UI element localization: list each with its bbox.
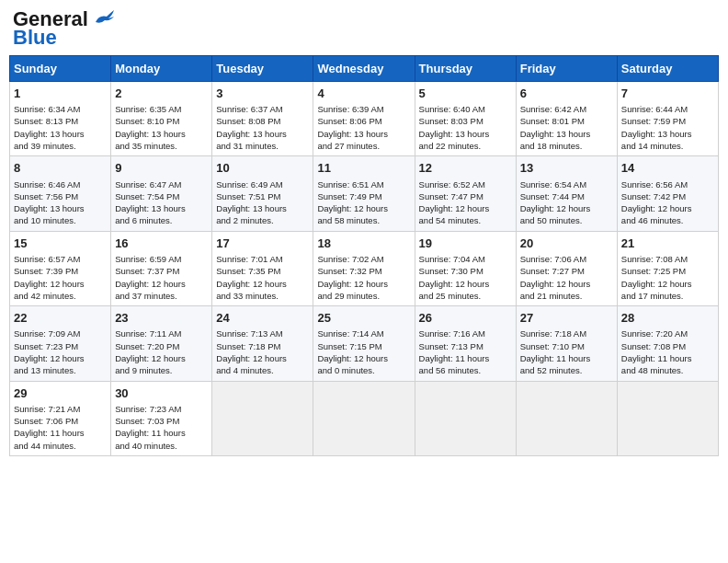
day-info: Sunset: 7:37 PM bbox=[115, 265, 208, 277]
day-number: 5 bbox=[419, 86, 512, 102]
day-number: 30 bbox=[115, 385, 208, 402]
day-info: Sunrise: 7:18 AM bbox=[520, 327, 613, 339]
day-info: Sunset: 8:10 PM bbox=[115, 115, 208, 127]
day-info: Sunrise: 6:34 AM bbox=[14, 103, 107, 115]
day-info: and 0 minutes. bbox=[317, 364, 410, 376]
calendar-week-row: 1Sunrise: 6:34 AMSunset: 8:13 PMDaylight… bbox=[10, 82, 719, 156]
day-info: Sunrise: 6:46 AM bbox=[14, 178, 107, 190]
page-header: General Blue bbox=[9, 9, 719, 50]
day-number: 29 bbox=[14, 385, 107, 402]
calendar-cell: 9Sunrise: 6:47 AMSunset: 7:54 PMDaylight… bbox=[111, 156, 212, 231]
calendar-cell bbox=[415, 381, 516, 455]
calendar-cell: 6Sunrise: 6:42 AMSunset: 8:01 PMDaylight… bbox=[516, 82, 617, 156]
day-info: Daylight: 12 hours bbox=[317, 278, 410, 290]
day-info: Sunrise: 6:42 AM bbox=[520, 103, 613, 115]
day-info: and 14 minutes. bbox=[621, 140, 714, 152]
calendar-week-row: 29Sunrise: 7:21 AMSunset: 7:06 PMDayligh… bbox=[10, 381, 719, 455]
day-info: Sunrise: 6:52 AM bbox=[419, 178, 512, 190]
calendar-cell: 29Sunrise: 7:21 AMSunset: 7:06 PMDayligh… bbox=[10, 381, 111, 455]
header-wednesday: Wednesday bbox=[313, 56, 415, 82]
day-info: Sunrise: 6:40 AM bbox=[419, 103, 512, 115]
day-info: and 18 minutes. bbox=[520, 140, 613, 152]
day-info: and 9 minutes. bbox=[115, 364, 208, 376]
calendar-week-row: 22Sunrise: 7:09 AMSunset: 7:23 PMDayligh… bbox=[10, 306, 719, 381]
day-info: Daylight: 11 hours bbox=[621, 352, 714, 364]
day-info: Sunrise: 7:14 AM bbox=[317, 327, 410, 339]
day-info: and 21 minutes. bbox=[520, 290, 613, 302]
day-info: Sunset: 7:27 PM bbox=[520, 265, 613, 277]
day-info: and 17 minutes. bbox=[621, 290, 714, 302]
calendar-cell: 17Sunrise: 7:01 AMSunset: 7:35 PMDayligh… bbox=[212, 231, 313, 305]
day-info: Sunset: 7:59 PM bbox=[621, 115, 714, 127]
calendar-cell: 4Sunrise: 6:39 AMSunset: 8:06 PMDaylight… bbox=[313, 82, 415, 156]
logo-text-blue: Blue bbox=[13, 26, 57, 50]
calendar-cell: 25Sunrise: 7:14 AMSunset: 7:15 PMDayligh… bbox=[313, 306, 415, 381]
day-info: and 54 minutes. bbox=[419, 214, 512, 226]
header-saturday: Saturday bbox=[617, 56, 718, 82]
day-info: Sunset: 7:47 PM bbox=[419, 190, 512, 202]
day-info: Sunrise: 6:39 AM bbox=[317, 103, 410, 115]
day-info: Sunset: 7:32 PM bbox=[317, 265, 410, 277]
calendar-cell: 26Sunrise: 7:16 AMSunset: 7:13 PMDayligh… bbox=[415, 306, 516, 381]
day-number: 15 bbox=[14, 236, 107, 252]
calendar-cell: 30Sunrise: 7:23 AMSunset: 7:03 PMDayligh… bbox=[111, 381, 212, 455]
day-info: Sunrise: 7:04 AM bbox=[419, 253, 512, 265]
day-info: Sunrise: 6:35 AM bbox=[115, 103, 208, 115]
day-info: Daylight: 13 hours bbox=[520, 128, 613, 140]
calendar-cell: 10Sunrise: 6:49 AMSunset: 7:51 PMDayligh… bbox=[212, 156, 313, 231]
day-info: Daylight: 12 hours bbox=[14, 352, 107, 364]
calendar-cell: 21Sunrise: 7:08 AMSunset: 7:25 PMDayligh… bbox=[617, 231, 718, 305]
day-info: Sunrise: 7:11 AM bbox=[115, 327, 208, 339]
calendar-cell: 12Sunrise: 6:52 AMSunset: 7:47 PMDayligh… bbox=[415, 156, 516, 231]
day-info: Sunrise: 6:57 AM bbox=[14, 253, 107, 265]
day-number: 21 bbox=[621, 236, 714, 252]
day-info: Daylight: 13 hours bbox=[115, 202, 208, 214]
day-info: and 25 minutes. bbox=[419, 290, 512, 302]
day-info: Daylight: 12 hours bbox=[216, 278, 309, 290]
header-thursday: Thursday bbox=[415, 56, 516, 82]
day-info: Daylight: 13 hours bbox=[317, 128, 410, 140]
calendar-cell: 5Sunrise: 6:40 AMSunset: 8:03 PMDaylight… bbox=[415, 82, 516, 156]
calendar-cell: 3Sunrise: 6:37 AMSunset: 8:08 PMDaylight… bbox=[212, 82, 313, 156]
day-info: Sunset: 7:15 PM bbox=[317, 340, 410, 352]
calendar-cell: 8Sunrise: 6:46 AMSunset: 7:56 PMDaylight… bbox=[10, 156, 111, 231]
day-info: Sunrise: 7:01 AM bbox=[216, 253, 309, 265]
day-info: Sunset: 7:23 PM bbox=[14, 340, 107, 352]
day-info: and 6 minutes. bbox=[115, 214, 208, 226]
day-number: 7 bbox=[621, 86, 714, 102]
calendar-cell bbox=[516, 381, 617, 455]
day-number: 6 bbox=[520, 86, 613, 102]
calendar-cell: 22Sunrise: 7:09 AMSunset: 7:23 PMDayligh… bbox=[10, 306, 111, 381]
day-info: Sunset: 7:56 PM bbox=[14, 190, 107, 202]
day-info: Sunset: 8:08 PM bbox=[216, 115, 309, 127]
day-info: and 50 minutes. bbox=[520, 214, 613, 226]
day-info: and 29 minutes. bbox=[317, 290, 410, 302]
day-info: and 40 minutes. bbox=[115, 440, 208, 452]
calendar-cell bbox=[617, 381, 718, 455]
calendar-week-row: 15Sunrise: 6:57 AMSunset: 7:39 PMDayligh… bbox=[10, 231, 719, 305]
calendar-cell: 27Sunrise: 7:18 AMSunset: 7:10 PMDayligh… bbox=[516, 306, 617, 381]
day-info: Daylight: 12 hours bbox=[115, 352, 208, 364]
day-info: Daylight: 12 hours bbox=[14, 278, 107, 290]
day-info: and 46 minutes. bbox=[621, 214, 714, 226]
calendar-cell: 23Sunrise: 7:11 AMSunset: 7:20 PMDayligh… bbox=[111, 306, 212, 381]
day-info: and 56 minutes. bbox=[419, 364, 512, 376]
day-info: Sunset: 7:13 PM bbox=[419, 340, 512, 352]
calendar-header-row: SundayMondayTuesdayWednesdayThursdayFrid… bbox=[10, 56, 719, 82]
day-info: Sunset: 7:35 PM bbox=[216, 265, 309, 277]
calendar-cell: 7Sunrise: 6:44 AMSunset: 7:59 PMDaylight… bbox=[617, 82, 718, 156]
day-info: Sunset: 7:39 PM bbox=[14, 265, 107, 277]
day-number: 17 bbox=[216, 236, 309, 252]
day-number: 18 bbox=[317, 236, 410, 252]
calendar-table: SundayMondayTuesdayWednesdayThursdayFrid… bbox=[9, 55, 719, 456]
day-info: and 13 minutes. bbox=[14, 364, 107, 376]
calendar-cell: 20Sunrise: 7:06 AMSunset: 7:27 PMDayligh… bbox=[516, 231, 617, 305]
day-info: Sunrise: 7:21 AM bbox=[14, 403, 107, 415]
day-info: Sunrise: 7:16 AM bbox=[419, 327, 512, 339]
day-info: Sunset: 7:20 PM bbox=[115, 340, 208, 352]
day-info: Sunset: 7:18 PM bbox=[216, 340, 309, 352]
day-info: Daylight: 13 hours bbox=[419, 128, 512, 140]
day-number: 2 bbox=[115, 86, 208, 102]
calendar-cell: 16Sunrise: 6:59 AMSunset: 7:37 PMDayligh… bbox=[111, 231, 212, 305]
day-info: and 4 minutes. bbox=[216, 364, 309, 376]
